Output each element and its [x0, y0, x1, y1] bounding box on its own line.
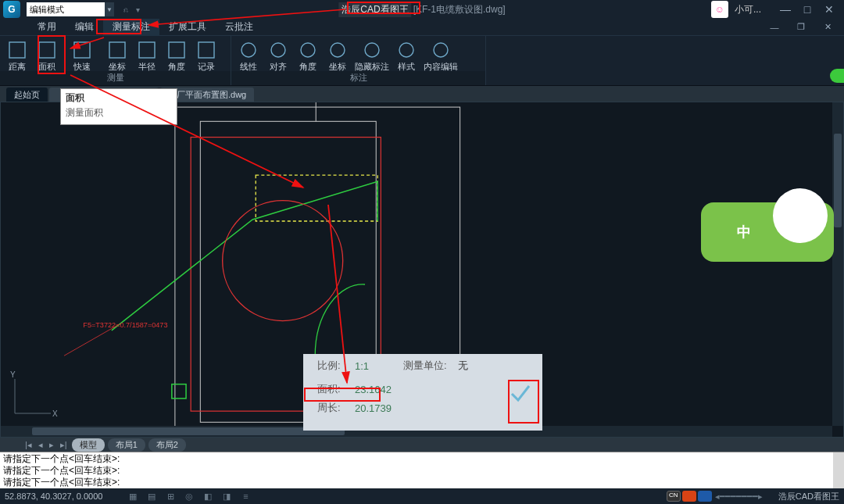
annotation-arrows: [0, 0, 844, 504]
svg-line-26: [148, 9, 345, 25]
svg-line-27: [70, 38, 104, 48]
svg-line-28: [70, 75, 303, 188]
svg-line-29: [328, 205, 347, 383]
